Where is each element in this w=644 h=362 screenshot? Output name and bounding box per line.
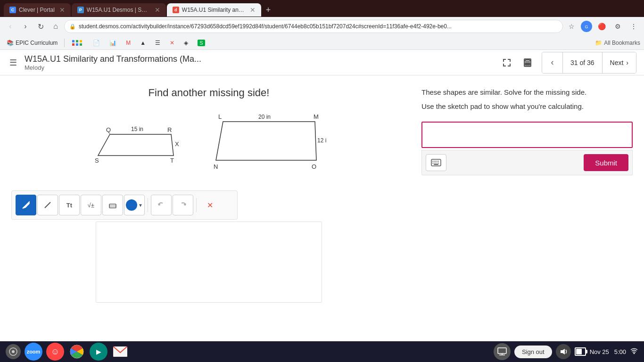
tab-close-schoology[interactable]: ✕ [155,6,160,14]
taskbar-gmail[interactable] [111,343,129,361]
svg-text:Q: Q [106,126,111,133]
bookmark-extra4[interactable]: S [195,39,207,47]
tab-close-clever[interactable]: ✕ [59,6,65,14]
taskbar-chromeos-button[interactable] [6,344,21,359]
taskbar-datetime: Nov 25 5:00 [590,348,626,355]
bookmark-epic[interactable]: 📚 EPIC Curriculum [4,39,60,47]
svg-text:G: G [585,25,588,29]
instruction-text-line2: Use the sketch pad to show what you're c… [421,101,633,112]
color-picker-button[interactable]: ▼ [124,195,145,215]
address-bar[interactable]: 🔒 student.desmos.com/activitybuilder/ins… [64,20,563,33]
bookmark-extra3[interactable]: ◈ [181,39,191,47]
google-account-icon[interactable]: G [581,21,592,32]
prev-page-button[interactable]: ‹ [542,52,563,73]
text-tool-button[interactable]: Tt [59,195,80,215]
activity-title: Find another missing side! [149,87,270,99]
page-count: 31 of 36 [563,52,602,73]
tab-schoology[interactable]: P W15A.U1 Desmos | Schoology ✕ [72,3,166,16]
next-page-button[interactable]: Next › [602,52,636,73]
bookmarks-folder-icon: 📁 [595,40,602,46]
tab-favicon-schoology: P [77,7,84,13]
tab-close-desmos[interactable]: ✕ [250,6,256,14]
svg-marker-48 [561,349,565,354]
calculator-button[interactable] [519,54,536,71]
tab-label-clever: Clever | Portal [19,7,55,13]
tab-label-desmos: W15A.U1 Similarity and Trans... [182,7,245,13]
back-button[interactable]: ‹ [4,20,17,33]
app2-icon: ☺ [51,347,59,357]
redo-button[interactable] [173,195,193,215]
svg-text:12 in: 12 in [317,137,327,144]
svg-point-41 [12,350,15,353]
answer-input[interactable] [422,123,632,147]
home-button[interactable]: ⌂ [49,20,62,33]
app-title: W15A.U1 Similarity and Transformations (… [25,54,493,64]
meet-icon: ▶ [96,348,101,355]
line-tool-button[interactable] [37,195,58,215]
battery-cap [586,350,587,354]
color-circle [126,199,137,211]
extra3-icon: ◈ [184,40,188,46]
bookmark-gdrive[interactable]: ▲ [137,39,149,47]
color-dropdown-icon: ▼ [138,203,143,208]
new-tab-button[interactable]: + [262,5,275,15]
main-content: Find another missing side! Q R S T 15 in… [0,75,644,314]
svg-rect-9 [528,64,530,65]
extra2-icon: ✕ [170,40,174,46]
bookmark-gmail[interactable]: M [123,39,133,47]
tab-clever[interactable]: C Clever | Portal ✕ [4,3,71,16]
taskbar-meet[interactable]: ▶ [90,343,107,361]
taskbar-app2[interactable]: ☺ [46,343,64,361]
toolbar-separator-2 [196,198,197,212]
bookmark-slides[interactable]: 📊 [107,39,119,47]
keyboard-button[interactable] [426,154,446,171]
toolbar-separator-1 [148,198,148,212]
submit-button[interactable]: Submit [584,154,628,171]
taskbar-volume-button[interactable] [556,344,571,359]
lock-icon: 🔒 [69,24,76,30]
app-subtitle: Melody [25,64,493,71]
reload-button[interactable]: ↻ [34,20,47,33]
taskbar: zoom ☺ ▶ Sign o [0,341,644,362]
bookmark-star-icon[interactable]: ☆ [565,20,578,33]
close-sketch-button[interactable]: ✕ [199,195,220,215]
undo-button[interactable] [151,195,172,215]
taskbar-battery [575,347,586,356]
pen-tool-button[interactable] [16,195,36,215]
gdrive-icon: ▲ [140,40,146,46]
bookmark-docs[interactable]: 📄 [90,39,103,47]
eraser-tool-button[interactable] [102,195,123,215]
nav-controls: ‹ 31 of 36 Next › [542,52,636,74]
forward-button[interactable]: › [19,20,32,33]
menu-icon[interactable]: ⋮ [627,20,640,33]
bookmark-extra2[interactable]: ✕ [167,39,177,47]
sketch-pad[interactable] [96,222,322,303]
bookmark-label-epic: EPIC Curriculum [16,40,58,46]
extra4-icon: S [198,40,205,46]
taskbar-chrome[interactable] [68,343,86,361]
tab-bar: C Clever | Portal ✕ P W15A.U1 Desmos | S… [0,0,644,17]
taskbar-profile[interactable] [494,343,511,360]
taskbar-date: Nov 25 [590,348,609,355]
svg-text:S: S [95,157,99,164]
bookmark-extra1[interactable]: ☰ [152,39,163,47]
svg-text:M: M [314,113,319,120]
taskbar-time: 5:00 [614,348,626,355]
hamburger-menu[interactable]: ☰ [8,56,19,70]
all-bookmarks-button[interactable]: 📁 All Bookmarks [595,40,640,46]
extension-icon[interactable]: 🔴 [595,20,608,33]
math-tool-button[interactable]: √± [81,195,101,215]
sign-out-button[interactable]: Sign out [514,346,552,358]
tab-label-schoology: W15A.U1 Desmos | Schoology [87,7,150,13]
tab-desmos[interactable]: d W15A.U1 Similarity and Trans... ✕ [167,3,261,16]
nav-bar: ‹ › ↻ ⌂ 🔒 student.desmos.com/activitybui… [0,17,644,36]
bookmark-apps[interactable] [68,38,86,48]
taskbar-zoom[interactable]: zoom [25,343,42,361]
fullscreen-button[interactable] [498,54,515,71]
gmail-icon: M [126,40,131,46]
taskbar-wifi-icon [630,347,638,356]
slides-icon: 📊 [109,40,116,46]
shape1-area: Q R S T 15 in X [91,113,195,176]
activity-area: Find another missing side! Q R S T 15 in… [0,75,418,314]
extensions-icon[interactable]: ⚙ [611,20,624,33]
